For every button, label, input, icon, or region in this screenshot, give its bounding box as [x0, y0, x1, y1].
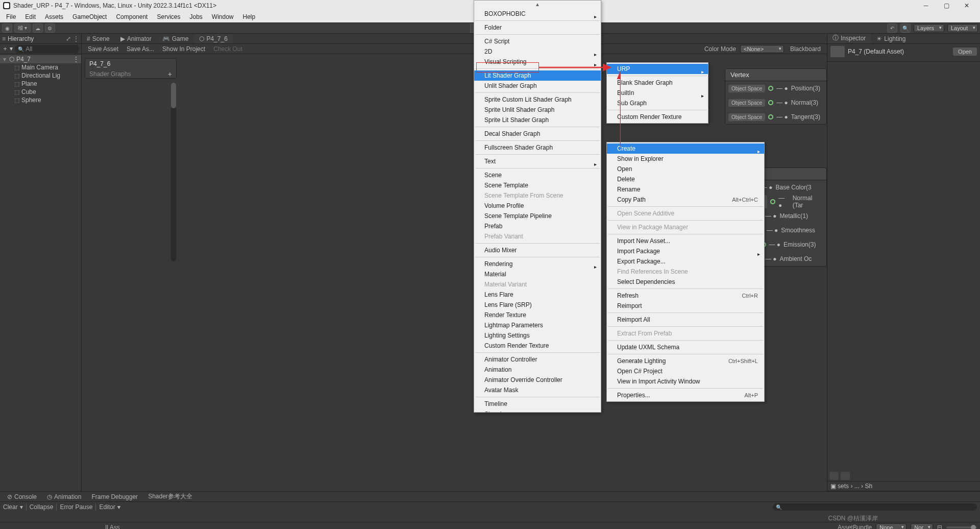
tree-item-sphere[interactable]: ⬚Sphere [0, 96, 81, 104]
tab-animator[interactable]: ▶Animator [115, 34, 157, 43]
menu-item[interactable]: Scene Template Pipeline [474, 211, 601, 221]
maximize-button[interactable]: ▢ [936, 0, 957, 11]
hierarchy-menu-icon[interactable]: ⋮ [73, 35, 79, 42]
tab-lighting[interactable]: ☀Lighting [871, 34, 911, 43]
menu-item[interactable]: Blank Shader Graph [607, 78, 708, 88]
menu-item[interactable]: Text [474, 156, 601, 166]
menu-item[interactable]: Delete [607, 174, 764, 184]
menu-item[interactable]: Lighting Settings [474, 330, 601, 341]
vertex-node[interactable]: Vertex Object Space— ●Position(3) Object… [725, 68, 827, 125]
menu-item[interactable]: Create [607, 143, 764, 154]
hierarchy-lock-icon[interactable]: ⤢ [66, 35, 71, 42]
footer-collapse-icon[interactable]: ⊟ [937, 524, 942, 530]
save-asset-button[interactable]: Save Asset [86, 44, 120, 54]
color-mode-dropdown[interactable]: <None> [740, 45, 784, 53]
menu-item[interactable]: URP [607, 64, 708, 74]
close-button[interactable]: ✕ [957, 0, 977, 11]
menu-item[interactable]: Timeline [474, 399, 601, 409]
menu-item[interactable]: Copy PathAlt+Ctrl+C [607, 195, 764, 205]
menu-item[interactable]: Export Package... [607, 256, 764, 267]
tree-item-plane[interactable]: ⬚Plane [0, 80, 81, 88]
context-menu-assets[interactable]: CreateShow in ExplorerOpenDeleteRenameCo… [606, 142, 765, 402]
menu-assets[interactable]: Assets [41, 12, 67, 21]
tab-framedebugger[interactable]: Frame Debugger [87, 492, 142, 501]
tree-item-light[interactable]: ⬚Directional Lig [0, 71, 81, 80]
collapse-button[interactable]: Collapse [30, 503, 54, 511]
menu-item[interactable]: Rendering [474, 259, 601, 269]
menu-services[interactable]: Services [153, 12, 184, 21]
search-button[interactable]: 🔍 [900, 23, 911, 33]
tab-game[interactable]: 🎮Game [157, 34, 194, 43]
blackboard-window[interactable]: P4_7_6 Shader Graphs+ [85, 58, 177, 79]
assetbundle-dropdown[interactable]: None [876, 523, 906, 530]
menu-item[interactable]: Lightmap Parameters [474, 320, 601, 330]
menu-item[interactable]: Prefab [474, 221, 601, 231]
menu-item[interactable]: Reimport All [607, 315, 764, 325]
menu-item[interactable]: Scene [474, 170, 601, 180]
project-breadcrumb[interactable]: ▣ sets › ... › Sh [827, 482, 980, 491]
menu-item[interactable]: BOXOPHOBIC [474, 9, 601, 19]
menu-item[interactable]: Import Package [607, 246, 764, 256]
menu-file[interactable]: File [2, 12, 20, 21]
tab-shadergraph[interactable]: ⬡P4_7_6 [194, 34, 232, 43]
tree-item-camera[interactable]: ⬚Main Camera [0, 63, 81, 71]
tree-scene-root[interactable]: ▾⬡ P4_7 ⋮ [0, 55, 81, 63]
tab-inspector[interactable]: ⓘInspector [827, 33, 871, 43]
hierarchy-search[interactable]: 🔍 All [15, 45, 79, 53]
context-menu-create[interactable]: ▲ BOXOPHOBICFolderC# Script2DVisual Scri… [474, 0, 601, 413]
menu-item[interactable]: Material [474, 269, 601, 279]
menu-item[interactable]: Animator Override Controller [474, 375, 601, 385]
menu-item[interactable]: Select Dependencies [607, 277, 764, 287]
menu-item[interactable]: Visual Scripting [474, 57, 601, 67]
menu-item[interactable]: Sub Graph [607, 98, 708, 108]
graph-scrollbar[interactable] [171, 83, 176, 261]
tab-console[interactable]: ⊘Console [3, 492, 41, 501]
vertex-row-tangent[interactable]: Object Space— ●Tangent(3) [725, 110, 826, 124]
menu-item[interactable]: Lens Flare (SRP) [474, 300, 601, 310]
minimize-button[interactable]: ─ [916, 0, 936, 11]
clear-button[interactable]: Clear [3, 503, 18, 511]
account-label-button[interactable]: 稽 ▾ [14, 23, 31, 33]
menu-item[interactable]: Open C# Project [607, 366, 764, 376]
undo-history-button[interactable]: ↶ [887, 23, 897, 33]
account-button[interactable]: ◉ [2, 23, 12, 33]
menu-item[interactable]: Update UXML Schema [607, 342, 764, 352]
menu-item[interactable]: C# Script [474, 36, 601, 46]
blackboard-toggle[interactable]: Blackboard [788, 44, 823, 54]
vertex-row-normal[interactable]: Object Space— ●Normal(3) [725, 95, 826, 110]
menu-item[interactable]: Properties...Alt+P [607, 390, 764, 400]
assetbundle-variant-dropdown[interactable]: Nor [911, 523, 933, 530]
bb-add-icon[interactable]: + [168, 70, 172, 78]
console-search[interactable]: 🔍 [773, 503, 977, 511]
menu-component[interactable]: Component [112, 12, 152, 21]
menu-item[interactable]: 2D [474, 46, 601, 57]
menu-window[interactable]: Window [208, 12, 238, 21]
menu-scroll-up-icon[interactable]: ▲ [474, 2, 601, 9]
menu-item[interactable]: Lens Flare [474, 290, 601, 300]
menu-item[interactable]: Audio Mixer [474, 245, 601, 255]
menu-item[interactable]: Custom Render Texture [607, 112, 708, 122]
icon-size-slider[interactable] [946, 526, 977, 528]
save-as-button[interactable]: Save As... [125, 44, 156, 54]
menu-item[interactable]: Folder [474, 22, 601, 33]
menu-item[interactable]: Rename [607, 184, 764, 195]
menu-item[interactable]: Sprite Custom Lit Shader Graph [474, 94, 601, 105]
menu-item[interactable]: Unlit Shader Graph [474, 81, 601, 91]
menu-item[interactable]: Volume Profile [474, 201, 601, 211]
menu-item[interactable]: Fullscreen Shader Graph [474, 142, 601, 153]
context-menu-shadergraph[interactable]: URPBlank Shader GraphBuiltInSub GraphCus… [606, 62, 708, 124]
vertex-row-position[interactable]: Object Space— ●Position(3) [725, 81, 826, 95]
menu-help[interactable]: Help [239, 12, 260, 21]
menu-item[interactable]: Decal Shader Graph [474, 129, 601, 139]
menu-item[interactable]: Reimport [607, 301, 764, 311]
layout-dropdown[interactable]: Layout [947, 24, 978, 32]
tree-item-cube[interactable]: ⬚Cube [0, 88, 81, 96]
menu-item[interactable]: Animation [474, 365, 601, 375]
menu-jobs[interactable]: Jobs [185, 12, 206, 21]
cloud-button[interactable]: ☁ [33, 23, 43, 33]
create-dropdown[interactable]: ＋ ▾ [2, 44, 13, 53]
error-pause-button[interactable]: Error Pause [60, 503, 92, 511]
menu-item[interactable]: Open [607, 164, 764, 174]
menu-gameobject[interactable]: GameObject [68, 12, 111, 21]
menu-item[interactable]: Sprite Unlit Shader Graph [474, 105, 601, 115]
